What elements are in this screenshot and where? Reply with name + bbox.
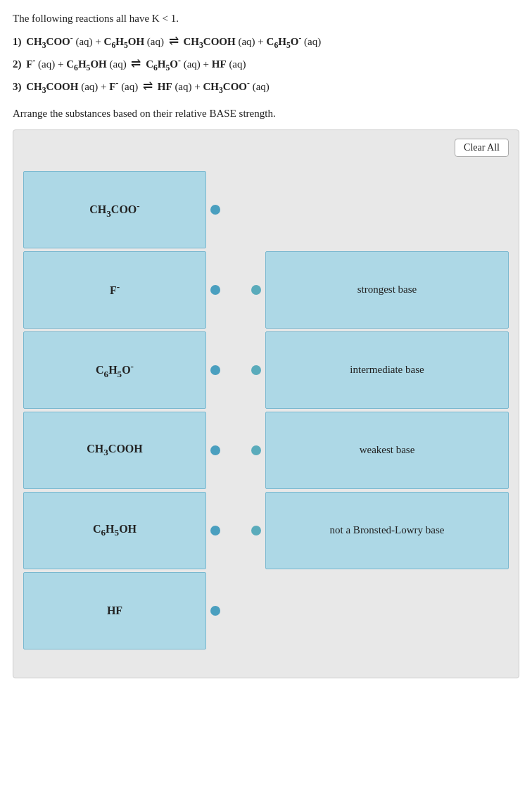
reaction-1-chem: CH3COO- (aq) + C6H5OH (aq) ⇌ CH3COOH (aq… (24, 32, 322, 53)
dot-row-3 (206, 331, 265, 409)
left-dot-6[interactable] (210, 606, 220, 616)
middle-column (206, 171, 265, 652)
left-dot-1[interactable] (210, 205, 220, 215)
clear-all-button[interactable]: Clear All (455, 139, 509, 157)
chem-label-ch3cooh: CH3COOH (87, 442, 142, 458)
base-label-strongest: strongest base (357, 284, 417, 296)
right-dot-3[interactable] (251, 365, 261, 375)
substance-card-c6h5oh[interactable]: C6H5OH (23, 492, 206, 569)
substance-card-ch3cooh[interactable]: CH3COOH (23, 412, 206, 489)
base-slot-empty (265, 171, 509, 248)
left-dot-2[interactable] (210, 285, 220, 295)
substance-card-c6h5o[interactable]: C6H5O- (23, 331, 206, 409)
left-dot-4[interactable] (210, 445, 220, 455)
dot-row-4 (206, 412, 265, 489)
reaction-3: 3) CH3COOH (aq) + F- (aq) ⇌ HF (aq) + CH… (13, 77, 519, 98)
substance-card-f[interactable]: F- (23, 251, 206, 329)
chem-label-ch3coo: CH3COO- (89, 201, 139, 219)
base-slot-intermediate[interactable]: intermediate base (265, 331, 509, 409)
base-slot-not-bl[interactable]: not a Bronsted-Lowry base (265, 492, 509, 569)
right-dot-2[interactable] (251, 285, 261, 295)
right-dot-4[interactable] (251, 445, 261, 455)
chem-label-c6h5oh: C6H5OH (93, 522, 137, 538)
substance-card-ch3coo[interactable]: CH3COO- (23, 171, 206, 248)
chem-label-c6h5o: C6H5O- (96, 361, 134, 379)
reaction-1: 1) CH3COO- (aq) + C6H5OH (aq) ⇌ CH3COOH … (13, 32, 519, 53)
reaction-1-num: 1) (13, 33, 22, 51)
dot-row-5 (206, 492, 265, 569)
substance-card-hf[interactable]: HF (23, 572, 206, 649)
reactions-block: 1) CH3COO- (aq) + C6H5OH (aq) ⇌ CH3COOH … (13, 32, 519, 98)
drag-area: Clear All CH3COO- F- C6H5O- (13, 129, 519, 678)
left-dot-3[interactable] (210, 365, 220, 375)
base-label-weakest: weakest base (360, 444, 415, 456)
base-slot-weakest[interactable]: weakest base (265, 412, 509, 489)
base-label-intermediate: intermediate base (350, 364, 424, 376)
base-slot-empty-2 (265, 572, 509, 649)
dot-row-6 (206, 572, 265, 649)
reaction-2: 2) F- (aq) + C6H5OH (aq) ⇌ C6H5O- (aq) +… (13, 54, 519, 75)
reaction-2-num: 2) (13, 56, 22, 74)
left-column: CH3COO- F- C6H5O- CH3COOH (23, 171, 206, 652)
reaction-2-chem: F- (aq) + C6H5OH (aq) ⇌ C6H5O- (aq) + HF… (24, 54, 246, 75)
chem-label-hf: HF (107, 604, 122, 617)
arrange-text: Arrange the substances based on their re… (13, 108, 519, 120)
intro-text: The following reactions all have K < 1. (13, 13, 519, 25)
left-dot-5[interactable] (210, 526, 220, 535)
dot-row-1 (206, 171, 265, 248)
columns-area: CH3COO- F- C6H5O- CH3COOH (23, 171, 509, 652)
chem-label-f: F- (110, 281, 120, 298)
base-label-not-bl: not a Bronsted-Lowry base (330, 524, 445, 536)
right-dot-5[interactable] (251, 526, 261, 535)
right-column: strongest base intermediate base weakest… (265, 171, 509, 652)
base-slot-strongest[interactable]: strongest base (265, 251, 509, 329)
dot-row-2 (206, 251, 265, 329)
reaction-3-num: 3) (13, 78, 22, 96)
reaction-3-chem: CH3COOH (aq) + F- (aq) ⇌ HF (aq) + CH3CO… (24, 77, 270, 98)
